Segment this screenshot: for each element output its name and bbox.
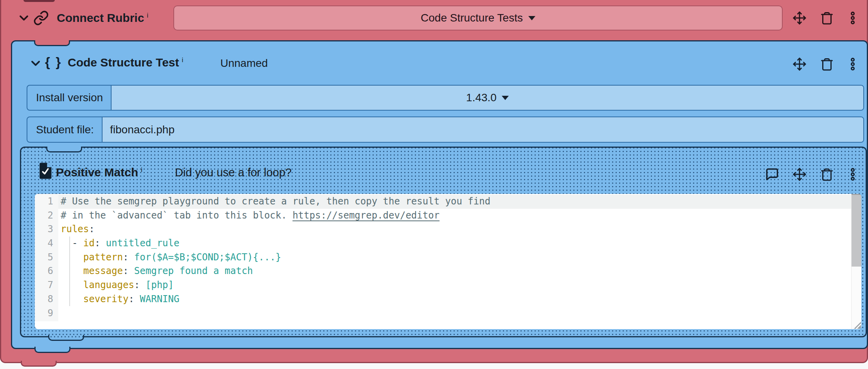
install-version-label: Install version xyxy=(27,86,112,110)
kebab-menu-icon[interactable] xyxy=(846,167,860,181)
block-bottom-bump xyxy=(21,361,57,367)
trash-icon[interactable] xyxy=(820,57,834,71)
scrollbar-thumb[interactable] xyxy=(852,195,861,267)
student-file-row: Student file: fibonacci.php xyxy=(27,116,864,143)
move-icon[interactable] xyxy=(792,57,807,71)
code-token: https://semgrep.dev/editor xyxy=(292,210,439,221)
dropdown-caret-icon xyxy=(528,16,535,20)
trash-icon[interactable] xyxy=(820,167,834,181)
code-token: for($A=$B;$COND;$ACT){...} xyxy=(134,252,281,263)
code-token: severity xyxy=(83,294,129,305)
kebab-menu-icon[interactable] xyxy=(846,11,860,25)
code-token xyxy=(61,252,83,263)
code-token: WARNING xyxy=(140,294,179,305)
code-token: untitled_rule xyxy=(106,238,180,249)
code-line[interactable]: languages: [php] xyxy=(61,278,851,292)
line-number: 2 xyxy=(35,209,58,223)
code-line[interactable]: message: Semgrep found a match xyxy=(61,264,851,278)
code-structure-test-block[interactable]: { } Code Structure Testi Unnamed Install… xyxy=(11,40,868,349)
dropdown-value: Code Structure Tests xyxy=(421,12,523,24)
dropdown-caret-icon xyxy=(502,96,509,100)
test-name-field[interactable]: Unnamed xyxy=(220,57,268,70)
install-version-row: Install version 1.43.0 xyxy=(27,85,864,111)
code-line[interactable]: pattern: for($A=$B;$COND;$ACT){...} xyxy=(61,251,851,265)
info-superscript[interactable]: i xyxy=(182,56,184,64)
block-top-notch xyxy=(23,0,55,2)
code-token: id xyxy=(83,238,95,249)
code-token: : xyxy=(123,265,134,276)
resize-grip-icon[interactable] xyxy=(851,319,861,329)
editor-scrollbar[interactable] xyxy=(851,194,861,329)
code-token: : xyxy=(128,294,140,305)
block-top-notch xyxy=(34,40,70,46)
code-token: [php] xyxy=(146,279,174,290)
kebab-menu-icon[interactable] xyxy=(846,57,860,71)
info-superscript[interactable]: i xyxy=(141,166,142,174)
line-number: 9 xyxy=(35,306,58,321)
block-title: Positive Matchi xyxy=(56,166,142,179)
install-version-dropdown[interactable]: 1.43.0 xyxy=(112,86,863,110)
indent-guide xyxy=(69,236,70,306)
code-line[interactable] xyxy=(61,306,851,321)
positive-match-block[interactable]: Positive Matchi Did you use a for loop? xyxy=(20,147,867,337)
code-token: Semgrep found a match xyxy=(134,265,253,276)
block-bottom-bump xyxy=(48,335,84,341)
code-line[interactable]: # in the `advanced` tab into this block.… xyxy=(61,209,851,223)
semgrep-rule-editor[interactable]: 123456789 # Use the semgrep playground t… xyxy=(35,194,861,329)
line-number: 6 xyxy=(35,264,58,278)
comment-icon[interactable] xyxy=(765,167,779,181)
code-line[interactable]: rules: xyxy=(61,222,851,236)
code-token xyxy=(61,279,83,290)
block-top-notch xyxy=(46,147,82,152)
code-token: # Use the semgrep playground to create a… xyxy=(61,196,490,207)
block-title: Connect Rubrici xyxy=(57,11,148,25)
editor-gutter: 123456789 xyxy=(35,194,58,321)
move-icon[interactable] xyxy=(792,11,807,25)
code-token: : xyxy=(123,252,134,263)
code-token: : xyxy=(134,279,146,290)
code-token xyxy=(61,294,83,305)
line-number: 5 xyxy=(35,251,58,265)
chevron-down-icon[interactable] xyxy=(17,11,31,25)
line-number: 1 xyxy=(35,195,58,209)
editor-code[interactable]: # Use the semgrep playground to create a… xyxy=(58,195,851,320)
code-line[interactable]: - id: untitled_rule xyxy=(61,236,851,251)
line-number: 8 xyxy=(35,292,58,306)
code-token: - xyxy=(61,238,83,249)
block-bottom-bump xyxy=(34,347,70,353)
file-check-icon xyxy=(39,163,52,179)
code-token: languages xyxy=(83,279,134,290)
student-file-label: Student file: xyxy=(27,117,103,142)
block-editor-canvas: Connect Rubrici Code Structure Tests { }… xyxy=(0,0,868,369)
code-line[interactable]: # Use the semgrep playground to create a… xyxy=(61,195,851,209)
code-line[interactable]: severity: WARNING xyxy=(61,292,851,306)
code-token xyxy=(61,265,83,276)
trash-icon[interactable] xyxy=(820,11,834,25)
line-number: 3 xyxy=(35,222,58,236)
block-title: Code Structure Testi xyxy=(68,56,183,69)
connect-rubric-block[interactable]: Connect Rubrici Code Structure Tests { }… xyxy=(0,0,868,363)
code-token: message xyxy=(83,265,123,276)
rubric-type-dropdown[interactable]: Code Structure Tests xyxy=(173,5,783,30)
info-superscript[interactable]: i xyxy=(147,12,148,19)
match-question-text: Did you use a for loop? xyxy=(175,166,292,179)
line-number: 7 xyxy=(35,278,58,292)
move-icon[interactable] xyxy=(792,167,807,181)
chevron-down-icon[interactable] xyxy=(29,56,43,70)
code-token: # in the `advanced` tab into this block. xyxy=(61,210,292,221)
code-token: : xyxy=(95,238,106,249)
code-token: : xyxy=(89,224,94,235)
braces-icon: { } xyxy=(45,55,62,70)
student-file-input[interactable]: fibonacci.php xyxy=(103,117,863,142)
line-number: 4 xyxy=(35,236,58,251)
code-token: rules xyxy=(61,224,89,235)
code-token: pattern xyxy=(83,252,123,263)
link-icon xyxy=(33,10,49,26)
